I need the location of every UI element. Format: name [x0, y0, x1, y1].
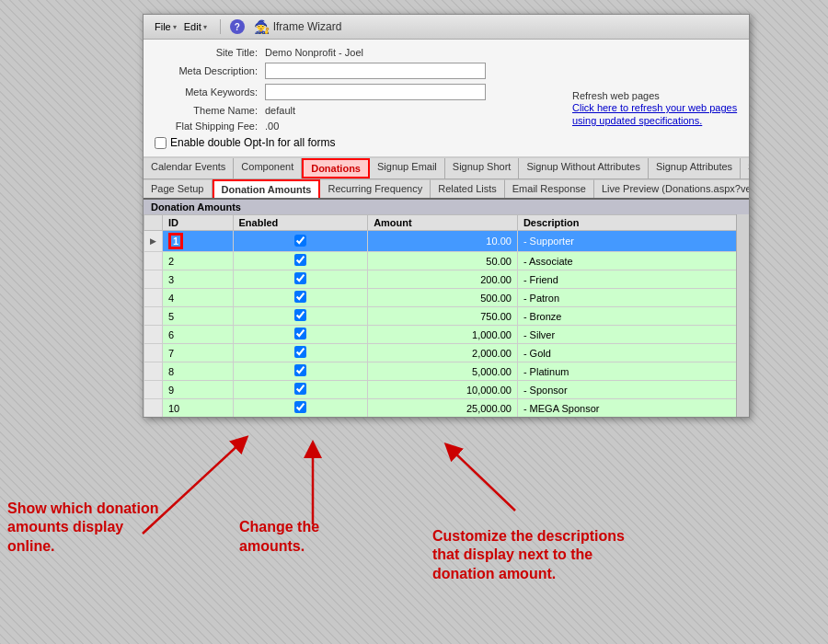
tab1-signup-email[interactable]: Signup Email	[370, 158, 445, 178]
table-row[interactable]: 910,000.00- Sponsor	[144, 381, 749, 399]
row-arrow-7	[144, 344, 163, 362]
table-row[interactable]: 4500.00- Patron	[144, 289, 749, 307]
row-enabled-2[interactable]	[233, 252, 368, 270]
table-row[interactable]: 61,000.00- Silver	[144, 326, 749, 344]
row-amount-5: 750.00	[368, 307, 518, 326]
tab-bar-1: Calendar EventsComponentDonationsSignup …	[144, 157, 749, 179]
row-description-3: - Friend	[517, 270, 748, 289]
svg-line-0	[143, 442, 242, 534]
row-enabled-9[interactable]	[233, 381, 368, 399]
row-description-1: - Supporter	[517, 231, 748, 252]
tab2-related-lists[interactable]: Related Lists	[431, 179, 505, 198]
help-icon[interactable]: ?	[230, 19, 245, 34]
app-window: File ▾ Edit ▾ ? 🧙 Iframe Wizard Site Tit…	[143, 14, 750, 418]
wizard-icon: 🧙	[254, 19, 270, 34]
tab1-signup-without-attributes[interactable]: Signup Without Attributes	[519, 158, 649, 178]
row-amount-4: 500.00	[368, 289, 518, 307]
file-menu[interactable]: File ▾	[151, 20, 180, 33]
theme-name-label: Theme Name:	[155, 105, 265, 116]
table-row[interactable]: 85,000.00- Platinum	[144, 362, 749, 381]
table-row[interactable]: 250.00- Associate	[144, 252, 749, 270]
annotation-2: Change the amounts.	[239, 518, 359, 557]
file-menu-arrow: ▾	[173, 23, 177, 31]
refresh-link[interactable]: Click here to refresh your web pages usi…	[572, 101, 738, 128]
refresh-section: Refresh web pages Click here to refresh …	[572, 90, 738, 128]
title-bar: File ▾ Edit ▾ ? 🧙 Iframe Wizard	[144, 15, 749, 40]
row-enabled-4[interactable]	[233, 289, 368, 307]
row-enabled-3[interactable]	[233, 270, 368, 289]
enabled-checkbox-9[interactable]	[294, 383, 306, 395]
edit-menu[interactable]: Edit ▾	[180, 20, 211, 33]
row-enabled-6[interactable]	[233, 326, 368, 344]
row-enabled-5[interactable]	[233, 307, 368, 326]
optin-checkbox[interactable]	[155, 137, 167, 149]
tab2-donation-amounts[interactable]: Donation Amounts	[213, 179, 321, 198]
table-row[interactable]: ▶110.00- Supporter	[144, 231, 749, 252]
enabled-checkbox-8[interactable]	[294, 364, 306, 376]
table-row[interactable]: 72,000.00- Gold	[144, 344, 749, 362]
row-id-2: 2	[163, 252, 234, 270]
tab2-live-preview--donations-aspx-ver-2-[interactable]: Live Preview (Donations.aspx?ver=2)	[594, 179, 749, 198]
row-description-7: - Gold	[517, 344, 748, 362]
flat-shipping-value: .00	[265, 121, 279, 132]
tab1-donations[interactable]: Donations	[302, 158, 370, 178]
tab1-signup-post[interactable]: Signup Post	[741, 158, 749, 178]
row-amount-6: 1,000.00	[368, 326, 518, 344]
row-arrow-10	[144, 399, 163, 418]
enabled-checkbox-1[interactable]	[294, 235, 306, 247]
table-row[interactable]: 3200.00- Friend	[144, 270, 749, 289]
row-amount-7: 2,000.00	[368, 344, 518, 362]
tab2-page-setup[interactable]: Page Setup	[144, 179, 213, 198]
row-amount-2: 50.00	[368, 252, 518, 270]
annotation-1: Show which donation amounts display onli…	[7, 500, 168, 557]
row-description-9: - Sponsor	[517, 381, 748, 399]
row-id-5: 5	[163, 307, 234, 326]
col-header-	[144, 215, 163, 231]
meta-keywords-input[interactable]	[265, 84, 486, 100]
tab2-recurring-frequency[interactable]: Recurring Frequency	[320, 179, 431, 198]
row-enabled-7[interactable]	[233, 344, 368, 362]
row-id-8: 8	[163, 362, 234, 381]
site-title-value: Demo Nonprofit - Joel	[265, 47, 363, 58]
enabled-checkbox-7[interactable]	[294, 346, 306, 358]
col-header-enabled: Enabled	[233, 215, 368, 231]
row-enabled-1[interactable]	[233, 231, 368, 252]
form-area: Site Title: Demo Nonprofit - Joel Meta D…	[144, 40, 749, 157]
table-row[interactable]: 1025,000.00- MEGA Sponsor	[144, 399, 749, 418]
row-amount-3: 200.00	[368, 270, 518, 289]
row-id-10: 10	[163, 399, 234, 418]
tab1-signup-short[interactable]: Signup Short	[445, 158, 520, 178]
tab1-calendar-events[interactable]: Calendar Events	[144, 158, 234, 178]
theme-name-value: default	[265, 105, 295, 116]
row-arrow-9	[144, 381, 163, 399]
optin-row: Enable double Opt-In for all forms	[155, 136, 738, 149]
svg-line-2	[451, 449, 515, 511]
row-enabled-8[interactable]	[233, 362, 368, 381]
enabled-checkbox-4[interactable]	[294, 291, 306, 303]
row-id-7: 7	[163, 344, 234, 362]
table-row[interactable]: 5750.00- Bronze	[144, 307, 749, 326]
row-amount-9: 10,000.00	[368, 381, 518, 399]
enabled-checkbox-3[interactable]	[294, 272, 306, 284]
enabled-checkbox-6[interactable]	[294, 328, 306, 339]
title-text: 🧙 Iframe Wizard	[254, 19, 342, 34]
refresh-label: Refresh web pages	[572, 90, 738, 101]
col-header-amount: Amount	[368, 215, 518, 231]
tab2-email-response[interactable]: Email Response	[505, 179, 594, 198]
row-arrow-6	[144, 326, 163, 344]
site-title-row: Site Title: Demo Nonprofit - Joel	[155, 47, 738, 58]
row-id-3: 3	[163, 270, 234, 289]
enabled-checkbox-2[interactable]	[294, 254, 306, 266]
row-description-6: - Silver	[517, 326, 748, 344]
enabled-checkbox-5[interactable]	[294, 309, 306, 321]
row-enabled-10[interactable]	[233, 399, 368, 418]
vertical-scrollbar[interactable]	[736, 214, 749, 417]
meta-desc-input[interactable]	[265, 63, 486, 79]
row-arrow-5	[144, 307, 163, 326]
enabled-checkbox-10[interactable]	[294, 401, 306, 413]
tab1-component[interactable]: Component	[234, 158, 302, 178]
meta-desc-label: Meta Description:	[155, 65, 265, 76]
data-table-wrap: IDEnabledAmountDescription ▶110.00- Supp…	[144, 214, 749, 417]
row-id-9: 9	[163, 381, 234, 399]
tab1-signup-attributes[interactable]: Signup Attributes	[649, 158, 741, 178]
